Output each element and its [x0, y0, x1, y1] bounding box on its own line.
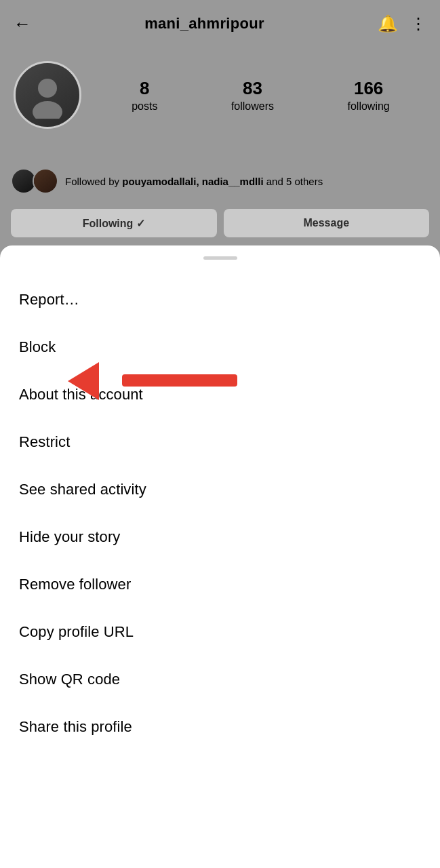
follower-avatar-2 [33, 168, 58, 194]
notification-icon[interactable]: 🔔 [378, 14, 398, 33]
following-button[interactable]: Following ✓ [11, 209, 217, 237]
menu-item-about[interactable]: About this account [0, 371, 440, 418]
bottom-sheet: Report…BlockAbout this accountRestrictSe… [0, 245, 440, 868]
menu-item-share-profile[interactable]: Share this profile [0, 703, 440, 751]
action-buttons: Following ✓ Message [11, 209, 429, 237]
following-stat[interactable]: 166 following [347, 78, 389, 113]
followers-label: followers [231, 100, 274, 113]
posts-label: posts [132, 100, 157, 113]
follower-avatars [11, 168, 58, 194]
posts-count: 8 [140, 78, 149, 99]
following-count: 166 [354, 78, 383, 99]
menu-item-report[interactable]: Report… [0, 276, 440, 323]
menu-item-shared-activity[interactable]: See shared activity [0, 466, 440, 513]
followed-by: Followed by pouyamodallali, nadia__mdlli… [11, 168, 429, 194]
avatar-image [16, 63, 79, 127]
menu-item-hide-story[interactable]: Hide your story [0, 513, 440, 561]
posts-stat[interactable]: 8 posts [132, 78, 157, 113]
menu-item-block[interactable]: Block [0, 323, 440, 371]
menu-item-copy-url[interactable]: Copy profile URL [0, 608, 440, 656]
message-button[interactable]: Message [224, 209, 430, 237]
menu-item-qr-code[interactable]: Show QR code [0, 656, 440, 703]
follower-names: pouyamodallali, nadia__mdlli [122, 176, 263, 187]
sheet-menu: Report…BlockAbout this accountRestrictSe… [0, 276, 440, 751]
profile-username: mani_ahmripour [31, 15, 378, 33]
top-nav: ← mani_ahmripour 🔔 ⋮ [0, 0, 440, 47]
menu-item-restrict[interactable]: Restrict [0, 418, 440, 466]
avatar [14, 61, 81, 129]
followers-stat[interactable]: 83 followers [231, 78, 274, 113]
following-label: following [347, 100, 389, 113]
svg-point-0 [38, 79, 57, 98]
profile-stats-area: 8 posts 83 followers 166 following [0, 61, 440, 129]
sheet-handle [203, 256, 237, 260]
nav-icons: 🔔 ⋮ [378, 14, 426, 33]
back-button[interactable]: ← [14, 14, 31, 35]
followers-count: 83 [243, 78, 262, 99]
stats-row: 8 posts 83 followers 166 following [95, 78, 426, 113]
menu-item-remove-follower[interactable]: Remove follower [0, 561, 440, 608]
more-options-icon[interactable]: ⋮ [410, 14, 426, 33]
followed-by-text: Followed by pouyamodallali, nadia__mdlli… [65, 176, 323, 187]
svg-point-1 [33, 101, 62, 119]
